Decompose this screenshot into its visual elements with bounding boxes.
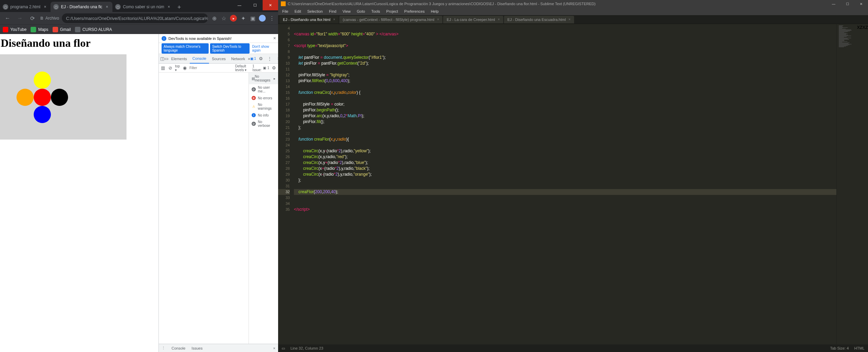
- close-icon[interactable]: ×: [273, 35, 276, 41]
- minimize-button[interactable]: —: [827, 0, 840, 8]
- chrome-tab[interactable]: ◌ EJ - Diseñando una flor.html ×: [51, 2, 112, 12]
- window-controls: — ☐ ✕: [827, 0, 868, 8]
- extensions-puzzle-icon[interactable]: ✦: [240, 15, 246, 22]
- editor-tab[interactable]: EJ - Diseñando una Escuadra.html×: [504, 16, 574, 23]
- menu-selection[interactable]: Selection: [305, 8, 326, 15]
- status-component-icon[interactable]: ▭: [282, 346, 285, 351]
- star-icon[interactable]: ☆: [220, 15, 227, 22]
- close-icon[interactable]: ×: [104, 4, 110, 10]
- kebab-menu-icon[interactable]: ⋮: [268, 15, 275, 22]
- bookmark-item[interactable]: YouTube: [3, 27, 26, 32]
- devtools-tab-elements[interactable]: Elements: [168, 54, 190, 64]
- minimap[interactable]: [836, 24, 857, 344]
- settings-icon[interactable]: ⚙: [271, 64, 277, 72]
- levels-selector[interactable]: Default levels ▾: [235, 64, 250, 72]
- sidebar-row[interactable]: ⊘No verbose: [249, 119, 278, 129]
- sidebar-row[interactable]: ⊗No errors: [249, 95, 278, 101]
- eye-icon[interactable]: ◉: [182, 64, 187, 72]
- profile-avatar[interactable]: [259, 15, 266, 22]
- kebab-icon[interactable]: ⋮: [266, 55, 274, 63]
- devtools-tabs: ◫ ▭ Elements Console Sources Network » ▣…: [159, 54, 278, 64]
- tab-title: EJ - Diseñando una Escuadra.html: [507, 18, 566, 22]
- tab-title: EJ - La cara de Creeper.html: [447, 18, 495, 22]
- menu-project[interactable]: Project: [384, 8, 401, 15]
- context-selector[interactable]: top ▾: [175, 64, 180, 72]
- console-output[interactable]: [159, 73, 249, 344]
- close-icon[interactable]: ×: [333, 18, 335, 21]
- editor-area[interactable]: 4567891011121314151617181920212223242526…: [278, 24, 868, 344]
- switch-language-button[interactable]: Switch DevTools to Spanish: [210, 43, 249, 54]
- address-bar[interactable]: C:/Users/marco/OneDrive/Escritorio/ALURA…: [62, 13, 208, 23]
- editor-tab[interactable]: EJ - La cara de Creeper.html×: [443, 16, 503, 23]
- maximize-button[interactable]: ☐: [247, 0, 263, 10]
- extension-icon[interactable]: ▣: [249, 15, 256, 22]
- close-drawer-icon[interactable]: ×: [273, 346, 275, 350]
- badge-count: 1: [254, 57, 256, 60]
- drawer-tab-console[interactable]: Console: [172, 346, 185, 350]
- close-icon[interactable]: ×: [569, 18, 571, 21]
- device-icon[interactable]: ▭: [164, 55, 168, 63]
- devtools-tab-network[interactable]: Network: [229, 54, 248, 64]
- tab-title: programa 2.html: [10, 4, 40, 9]
- bookmark-item[interactable]: Maps: [31, 27, 48, 32]
- menu-help[interactable]: Help: [428, 8, 441, 15]
- chrome-tab[interactable]: ◌ Como saber si un número es pa ×: [112, 2, 174, 12]
- status-syntax[interactable]: HTML: [854, 346, 865, 350]
- issues-badge[interactable]: ▣ 1: [250, 57, 256, 60]
- chrome-tab[interactable]: ◌ programa 2.html ×: [0, 2, 51, 12]
- globe-icon: ◌: [115, 4, 121, 10]
- minimize-button[interactable]: —: [232, 0, 247, 10]
- inspect-icon[interactable]: ◫: [160, 55, 164, 63]
- user-icon: ⊘: [252, 87, 256, 91]
- menu-tools[interactable]: Tools: [369, 8, 383, 15]
- sidebar-toggle-icon[interactable]: ▥: [160, 64, 166, 72]
- tab-title: Como saber si un número es pa: [123, 4, 164, 9]
- close-icon[interactable]: ×: [437, 18, 439, 21]
- browser-content: Diseñando una flor i DevTools is now ava…: [0, 34, 278, 352]
- menu-file[interactable]: File: [279, 8, 291, 15]
- bookmark-item[interactable]: CURSO ALURA: [75, 27, 112, 32]
- maximize-button[interactable]: ☐: [840, 0, 854, 8]
- new-tab-button[interactable]: +: [174, 2, 184, 12]
- match-language-button[interactable]: Always match Chrome's language: [162, 43, 209, 54]
- tab-title: EJ - Diseñando una flor.html: [61, 4, 102, 9]
- close-button[interactable]: ✕: [854, 0, 868, 8]
- sidebar-label: No user me...: [258, 86, 275, 93]
- sidebar-row[interactable]: iNo info: [249, 112, 278, 119]
- drawer-tab-issues[interactable]: Issues: [191, 346, 202, 350]
- editor-tab[interactable]: EJ - Diseñando una flor.html×: [279, 16, 339, 23]
- dont-show-button[interactable]: Don't show again: [251, 43, 275, 54]
- devtools-tab-console[interactable]: Console: [190, 54, 209, 64]
- menu-preferences[interactable]: Preferences: [402, 8, 427, 15]
- menu-view[interactable]: View: [340, 8, 353, 15]
- extension-icon[interactable]: ▸: [230, 15, 237, 22]
- menu-edit[interactable]: Edit: [292, 8, 304, 15]
- editor-tab[interactable]: (canvas - getContext - fillRect - fillSt…: [339, 16, 442, 23]
- close-window-button[interactable]: ✕: [263, 0, 278, 10]
- sidebar-row[interactable]: ⚠No warnings: [249, 101, 278, 112]
- rendered-page: Diseñando una flor: [0, 34, 158, 352]
- sublime-app-icon: [281, 1, 286, 6]
- sidebar-header[interactable]: ▤No messages▸: [249, 73, 278, 84]
- menu-find[interactable]: Find: [326, 8, 339, 15]
- forward-button[interactable]: →: [15, 13, 25, 23]
- gear-icon[interactable]: ⚙: [257, 55, 265, 63]
- issues-indicator[interactable]: 1 Issue: ▣ 1: [252, 64, 269, 72]
- reload-button[interactable]: ⟳: [28, 13, 37, 23]
- more-panels-icon[interactable]: »: [248, 55, 250, 63]
- status-indent[interactable]: Tab Size: 4: [830, 346, 849, 350]
- back-button[interactable]: ←: [3, 13, 12, 23]
- menu-goto[interactable]: Goto: [354, 8, 368, 15]
- devtools-tab-sources[interactable]: Sources: [209, 54, 228, 64]
- filter-input[interactable]: [189, 66, 233, 70]
- kebab-icon[interactable]: ⋮: [162, 346, 165, 350]
- status-position[interactable]: Line 32, Column 23: [290, 346, 323, 350]
- clear-console-icon[interactable]: ⊘: [168, 64, 173, 72]
- close-icon[interactable]: ×: [498, 18, 500, 21]
- sidebar-row[interactable]: ⊘No user me...: [249, 84, 278, 95]
- bookmark-item[interactable]: Gmail: [53, 27, 71, 32]
- code-area[interactable]: <canvas id="flor1" width="600" height="4…: [292, 24, 836, 344]
- translate-icon[interactable]: ⊕: [211, 15, 218, 22]
- close-icon[interactable]: ×: [166, 4, 172, 10]
- close-icon[interactable]: ×: [42, 4, 48, 10]
